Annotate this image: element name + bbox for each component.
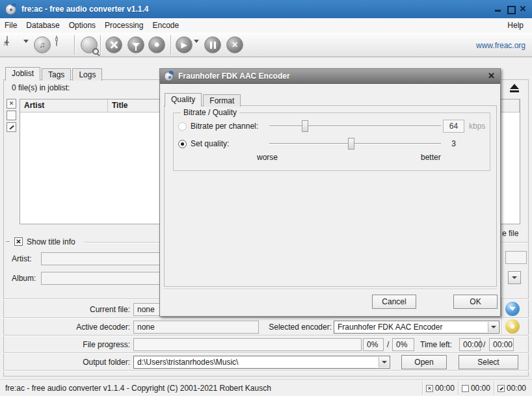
select-none-button[interactable] [7,111,16,120]
add-files-button[interactable]: +♪ [7,36,23,53]
main-tabs: Joblist Tags Logs [5,67,103,81]
cddb-query-button[interactable] [81,36,98,53]
open-folder-button[interactable]: Open [401,355,447,369]
freac-website-link[interactable]: www.freac.org [476,41,525,50]
menu-processing[interactable]: Processing [100,18,148,33]
tab-joblist[interactable]: Joblist [5,67,40,81]
select-folder-button[interactable]: Select [459,355,518,369]
tab-logs[interactable]: Logs [72,68,102,81]
active-decoder-value: none [137,323,155,332]
groupbox-title: Bitrate / Quality [181,108,239,117]
bitrate-slider-thumb[interactable] [302,120,308,132]
processing-settings-button[interactable] [127,36,144,53]
show-title-info-label[interactable]: Show title info [27,237,75,246]
dialog-tab-format[interactable]: Format [203,94,241,107]
dialog-tab-quality[interactable]: Quality [165,93,202,107]
ok-button[interactable]: OK [453,295,498,309]
toggle-selection-button[interactable] [7,122,16,132]
window-title: fre:ac - free audio converter v1.1.4 [21,5,148,14]
eject-drive-button[interactable] [507,84,522,96]
clear-joblist-button[interactable] [56,36,73,53]
time-toggled-cell: 00:00 [494,382,529,395]
dialog-app-icon [164,72,174,81]
clipped-right-field[interactable] [505,251,527,264]
title-info-divider [6,241,10,242]
dialog-tabs: Quality Format [165,93,242,107]
dialog-button-separator [164,289,497,290]
menu-bar: File Database Options Processing Encode … [0,18,532,33]
joblist-count-text: 0 file(s) in joblist: [12,83,70,92]
file-progress-label: File progress: [3,340,130,349]
quality-radio[interactable] [178,140,187,148]
tab-tags[interactable]: Tags [42,68,71,81]
active-decoder-field: none [133,321,259,334]
toolbar-separator [100,35,101,55]
dialog-close-icon[interactable]: ✕ [488,71,495,81]
window-titlebar: fre:ac - free audio converter v1.1.4 ✕ [0,0,532,18]
time-left-total-value: 00:00 [493,340,512,349]
bitrate-slider[interactable] [269,120,441,132]
maximize-icon[interactable] [507,5,514,13]
row-separator [3,335,529,336]
clipped-right-dropdown[interactable] [508,271,521,284]
time-unchecked-cell: 00:00 [458,382,494,395]
cancel-button[interactable]: Cancel [372,295,416,309]
menu-database[interactable]: Database [21,18,64,33]
selected-encoder-dropdown[interactable]: Fraunhofer FDK AAC Encoder [334,321,499,334]
time-total-value: 00:00 [435,384,455,393]
total-percent-value: 0% [396,340,407,349]
joblist-music-icon[interactable]: ♫ [34,36,51,53]
scale-better-label: better [421,153,441,162]
current-file-value: none [137,305,155,314]
toolbar [0,33,532,57]
menu-help[interactable]: Help [503,18,528,33]
freac-app-icon [5,4,16,15]
time-left-file-box: 00:00 [459,338,481,351]
bitrate-radio[interactable] [178,122,187,131]
active-decoder-label: Active decoder: [3,323,130,332]
bitrate-value-box[interactable]: 64 [443,120,464,133]
output-folder-dropdown[interactable]: d:\Users\tristanrhodes\Music\ [133,356,390,369]
minimize-icon[interactable] [494,5,502,13]
add-files-dropdown-icon[interactable] [23,43,30,49]
time-toggled-value: 00:00 [507,384,526,393]
general-settings-button[interactable] [105,36,122,53]
start-encoding-dropdown-icon[interactable] [194,43,200,49]
menu-file[interactable]: File [0,18,21,33]
quality-slider[interactable] [269,138,441,150]
time-left-total-box: 00:00 [489,338,514,351]
clipped-right-label: e file [502,229,518,238]
time-total-cell: ✕ 00:00 [422,382,458,395]
toolbar-separator [74,35,75,55]
encoder-settings-button[interactable]: ✸ [148,36,165,53]
total-percent-box: 0% [392,338,414,351]
output-folder-dropdown-icon[interactable] [379,357,389,367]
file-progress-bar [133,338,362,351]
status-bar: fre:ac - free audio converter v1.1.4 - C… [0,379,532,396]
encoder-config-dialog: Fraunhofer FDK AAC Encoder ✕ Bitrate / Q… [159,68,501,317]
dialog-titlebar: Fraunhofer FDK AAC Encoder ✕ [160,69,500,84]
time-left-label: Time left: [420,340,452,349]
toolbar-separator [170,35,171,55]
close-icon[interactable]: ✕ [519,5,527,13]
encoder-indicator-icon[interactable]: ✸ [505,319,520,334]
selected-encoder-dropdown-icon[interactable] [488,322,498,332]
menu-options[interactable]: Options [64,18,100,33]
dialog-tab-panel: Bitrate / Quality Bitrate per channel: 6… [164,105,497,287]
show-title-info-checkbox[interactable]: ✕ [14,237,23,246]
quality-slider-thumb[interactable] [348,138,354,150]
quality-radio-row: Set quality: [178,139,229,148]
menu-encode[interactable]: Encode [148,18,183,33]
selected-encoder-label: Selected encoder: [267,323,332,332]
stop-encoding-button[interactable]: ✕ [226,36,243,53]
output-folder-label: Output folder: [3,358,130,367]
time-separator: / [483,340,485,349]
time-unchecked-value: 00:00 [471,384,490,393]
start-encoding-button[interactable]: ▶ [176,36,193,53]
processing-indicator-icon[interactable] [505,302,520,316]
pause-encoding-button[interactable] [204,36,221,53]
column-header-artist[interactable]: Artist [20,99,108,112]
row-separator [3,317,529,319]
select-all-button[interactable]: ✕ [7,99,16,109]
dialog-title: Fraunhofer FDK AAC Encoder [178,72,290,81]
